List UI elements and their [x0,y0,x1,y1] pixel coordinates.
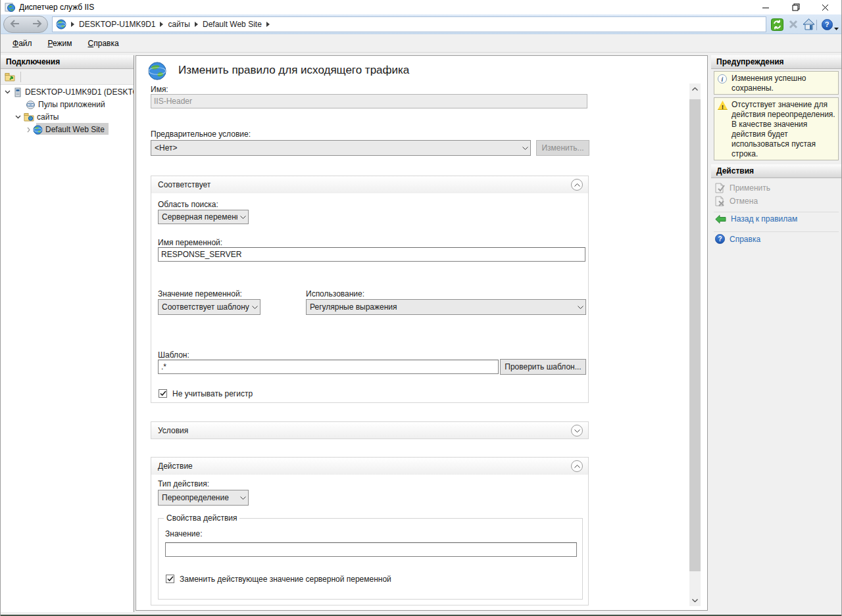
sites-folder-icon [24,112,34,122]
main-content: Изменить правило для исходящего трафика … [136,55,708,611]
chevron-down-icon [249,300,260,314]
stop-icon [788,19,799,30]
expand-button[interactable] [571,425,583,437]
action-type-select[interactable]: Переопределение [158,490,249,506]
edit-button: Изменить... [536,140,589,156]
globe-icon[interactable] [56,19,66,30]
actions-separator [714,231,839,232]
window-title: Диспетчер служб IIS [19,3,94,12]
breadcrumb-arrow-icon[interactable] [71,22,74,27]
forward-button[interactable] [32,20,42,30]
chevron-down-icon[interactable] [5,90,11,94]
refresh-button[interactable] [770,18,783,31]
restore-button[interactable] [781,0,810,14]
variable-name-input[interactable] [158,247,585,262]
replace-value-label: Заменить действующее значение серверной … [180,575,391,584]
minimize-icon [762,4,770,11]
tree-item-label: Пулы приложений [38,100,105,109]
breadcrumb-arrow-icon[interactable] [266,22,270,27]
folder-arrow-icon [5,72,15,82]
value-label: Значение: [165,529,203,538]
menu-help[interactable]: Справка [88,39,119,48]
breadcrumb-item-sites[interactable]: сайты [168,20,190,29]
actions-header: Действия [711,164,842,178]
connections-toolbar [1,69,134,85]
tree-item-server[interactable]: DESKTOP-U1MK9D1 (DESKTOI [1,86,134,98]
close-button[interactable] [810,0,840,14]
warning-icon: ! [718,101,728,110]
menu-file[interactable]: Файл [12,39,32,48]
breadcrumb-item-server[interactable]: DESKTOP-U1MK9D1 [79,20,155,29]
toolbar-separator [816,20,817,30]
chevron-right-icon[interactable] [27,127,30,133]
tree-item-label: Default Web Site [45,125,105,134]
chevron-up-icon [574,465,580,468]
scope-select[interactable]: Серверная переменн [158,210,249,224]
breadcrumb-arrow-icon[interactable] [160,22,163,27]
tree-item-default-web-site[interactable]: Default Web Site [1,124,134,135]
section-title: Действие [158,462,193,471]
globe-icon [33,125,43,135]
apply-action: Применить [715,183,770,193]
page-globe-icon [147,61,167,83]
vertical-scrollbar[interactable] [689,83,701,606]
action-section: Действие Тип действия: Переопределение С… [151,457,589,605]
name-label: Имя: [151,85,168,94]
test-pattern-button[interactable]: Проверить шаблон... [500,359,586,375]
help-action[interactable]: ? Справка [715,234,760,244]
help-caret-icon[interactable] [834,23,839,32]
navigation-buttons [3,16,48,33]
conditions-section: Условия [151,421,589,439]
info-alert: i Изменения успешно сохранены. [714,71,839,95]
chevron-down-icon[interactable] [15,115,21,119]
check-icon [160,391,166,396]
iis-manager-window: Диспетчер служб IIS DESKTOP-U1MK9D1 [0,0,842,616]
back-arrow-icon [10,20,20,28]
ignore-case-label: Не учитывать регистр [172,389,253,398]
scope-label: Область поиска: [158,200,218,209]
ignore-case-checkbox[interactable] [159,389,167,398]
tree-item-sites[interactable]: сайты [1,111,134,123]
app-icon [5,2,15,14]
chevron-down-icon [575,300,585,314]
help-button[interactable]: ? [820,18,833,31]
value-input[interactable] [165,542,577,557]
menu-view[interactable]: Режим [48,39,72,48]
chevron-down-icon [574,429,580,433]
section-title: Условия [158,426,188,435]
breadcrumb-arrow-icon[interactable] [195,22,198,27]
save-connections-button[interactable] [5,72,15,84]
back-to-rules-action[interactable]: Назад к правилам [715,214,797,224]
collapse-button[interactable] [571,179,583,191]
minimize-button[interactable] [751,0,781,14]
breadcrumb-item-site[interactable]: Default Web Site [203,20,262,29]
action-section-header: Действие [151,458,588,475]
connections-header: Подключения [1,55,134,69]
menu-bar: Файл Режим Справка [1,34,842,53]
pattern-input[interactable] [158,360,499,374]
refresh-icon [771,18,783,31]
scrollbar-thumb[interactable] [689,99,701,571]
apply-icon [715,183,725,193]
replace-value-checkbox[interactable] [166,575,174,583]
variable-name-label: Имя переменной: [158,238,222,247]
scroll-down-button[interactable] [689,595,701,606]
app-pools-icon [26,100,36,110]
section-title: Соответствует [158,180,210,189]
tree-item-label: сайты [37,112,59,122]
operation-select[interactable]: Соответствует шаблону [158,299,260,315]
connections-panel: Подключения DESKTOP-U1MK9D1 (DESKTOI [1,55,134,612]
back-button[interactable] [10,20,20,30]
using-select[interactable]: Регулярные выражения [306,299,586,315]
pattern-label: Шаблон: [158,350,189,360]
help-icon: ? [822,19,833,30]
chevron-down-icon [237,490,248,505]
tree-item-app-pools[interactable]: Пулы приложений [1,99,134,110]
warning-alert-text: Отсутствует значение для действия переоп… [731,100,835,158]
collapse-button[interactable] [571,460,583,472]
home-button[interactable] [802,18,815,31]
operation-label: Значение переменной: [158,289,242,298]
precondition-select[interactable]: <Нет> [151,140,531,156]
page-title: Изменить правило для исходящего трафика [178,64,409,77]
scroll-up-button[interactable] [689,83,701,95]
